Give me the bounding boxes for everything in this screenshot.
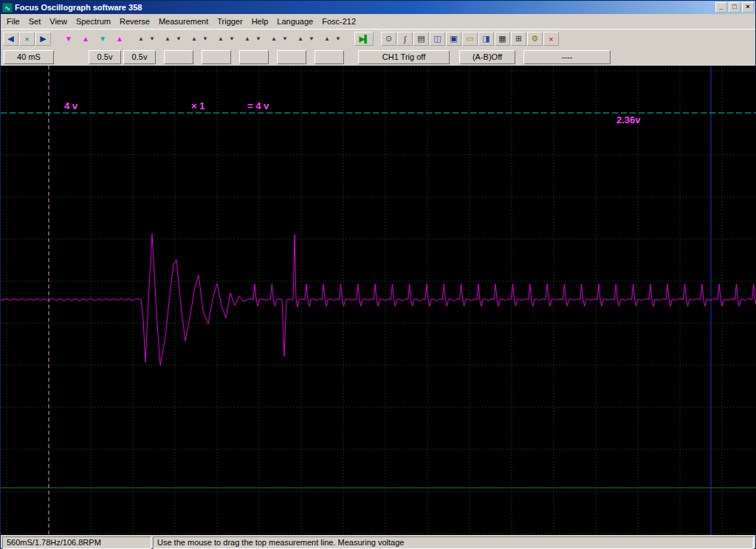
ch2-scale-readout[interactable]: 0.5v <box>123 50 156 64</box>
spinner-up-button[interactable]: ▲ <box>270 35 278 42</box>
spinner-up-button[interactable]: ▲ <box>244 35 251 42</box>
spinner-up-button[interactable]: ▲ <box>323 35 331 42</box>
title-bar: ∿ Focus Oscillograph software 358 _□× <box>1 1 755 14</box>
close-tool-icon-button[interactable]: × <box>543 32 559 46</box>
readout-empty-4[interactable] <box>277 50 306 64</box>
ch2-shift-down-button[interactable]: ▼ <box>94 32 111 46</box>
spinner-up-button[interactable]: ▲ <box>217 35 224 42</box>
minimize-button[interactable]: _ <box>715 2 727 13</box>
ch1-shift-up-button[interactable]: ▲ <box>78 32 94 46</box>
spinner-down-button[interactable]: ▼ <box>308 35 315 42</box>
effective-scale-label: = 4 v <box>247 100 269 111</box>
save-icon-button[interactable]: ▣ <box>446 32 461 46</box>
menu-item-reverse[interactable]: Reverse <box>115 15 154 27</box>
shift-spinner-7: ▲▼ <box>297 35 315 42</box>
shift-spinner-2: ▲▼ <box>164 35 182 42</box>
spinner-down-button[interactable]: ▼ <box>148 35 156 42</box>
app-icon: ∿ <box>2 3 13 13</box>
spinner-up-button[interactable]: ▲ <box>190 35 198 42</box>
run-pause-button[interactable]: ▶▌ <box>354 32 374 46</box>
spinner-down-button[interactable]: ▼ <box>281 35 289 42</box>
spinner-up-button[interactable]: ▲ <box>297 35 304 42</box>
data-table-icon-button[interactable]: ▤ <box>413 32 429 46</box>
shift-spinner-8: ▲▼ <box>323 35 342 42</box>
maximize-button[interactable]: □ <box>729 2 740 13</box>
shift-spinner-6: ▲▼ <box>270 35 289 42</box>
shift-spinner-1: ▲▼ <box>137 35 156 42</box>
window-title: Focus Oscillograph software 358 <box>15 3 714 12</box>
spinner-up-button[interactable]: ▲ <box>137 35 145 42</box>
status-bar: 560mS/1.78Hz/106.8RPM Use the mouse to d… <box>1 535 755 549</box>
spinner-down-button[interactable]: ▼ <box>334 35 342 42</box>
ab-mode-readout[interactable]: (A-B)Off <box>459 50 515 64</box>
menu-item-view[interactable]: View <box>45 15 72 27</box>
spinner-down-button[interactable]: ▼ <box>202 35 209 42</box>
menu-item-spectrum[interactable]: Spectrum <box>72 15 115 27</box>
readout-empty-3[interactable] <box>239 50 269 64</box>
toolbar-spinners: ▲▼▲▼▲▼▲▼▲▼▲▼▲▼▲▼ <box>137 35 350 42</box>
status-hint: Use the mouse to drag the top measuremen… <box>153 536 754 549</box>
measure-value-label: 2.36v <box>616 114 641 125</box>
spinner-up-button[interactable]: ▲ <box>164 35 171 42</box>
forward-button[interactable]: ▶ <box>35 32 51 46</box>
scope-display[interactable]: 4 v× 1= 4 v2.36v <box>1 66 756 535</box>
menu-item-language[interactable]: Language <box>272 15 317 27</box>
settings-icon-button[interactable]: ⚙ <box>527 32 543 46</box>
toolbar-separator <box>128 32 137 46</box>
ch1-scale-label: 4 v <box>64 100 78 111</box>
spinner-down-button[interactable]: ▼ <box>255 35 262 42</box>
menu-item-trigger[interactable]: Trigger <box>213 15 247 27</box>
misc-readout[interactable]: ---- <box>523 50 611 64</box>
integral-icon-button[interactable]: ∫ <box>397 32 413 46</box>
toolbar: ◀×▶ ▼▲▼▲ ▲▼▲▼▲▼▲▼▲▼▲▼▲▼▲▼ ▶▌ ⊙∫▤◫▣▭◨▦⊞⚙× <box>1 29 755 48</box>
readout-empty-2[interactable] <box>202 50 231 64</box>
ch1-scale-readout[interactable]: 0.5v <box>89 50 121 64</box>
scope-svg: 4 v× 1= 4 v2.36v <box>1 66 756 535</box>
menu-item-fosc-212[interactable]: Fosc-212 <box>317 15 360 27</box>
ch1-shift-down-button[interactable]: ▼ <box>61 32 77 46</box>
display-icon-button[interactable]: ◫ <box>430 32 445 46</box>
menu-item-file[interactable]: File <box>2 15 24 27</box>
back-button[interactable]: ◀ <box>3 32 18 46</box>
toolbar-nav-group: ◀×▶ <box>3 32 52 46</box>
spinner-down-button[interactable]: ▼ <box>228 35 236 42</box>
toolbar-icon-group: ⊙∫▤◫▣▭◨▦⊞⚙× <box>381 32 560 46</box>
timebase-readout[interactable]: 40 mS <box>4 50 54 64</box>
open-folder-icon-button[interactable]: ▭ <box>462 32 478 46</box>
spinner-down-button[interactable]: ▼ <box>175 35 182 42</box>
toolbar-channel-group: ▼▲▼▲ <box>61 32 128 46</box>
menu-item-measurement[interactable]: Measurement <box>154 15 213 27</box>
record-icon-button[interactable]: ⊙ <box>381 32 396 46</box>
toolbar-separator <box>52 32 61 46</box>
options-icon-button[interactable]: ⊞ <box>511 32 526 46</box>
window-controls: _□× <box>714 2 754 13</box>
readout-empty-1[interactable] <box>164 50 193 64</box>
readout-empty-5[interactable] <box>315 50 344 64</box>
menu-item-set[interactable]: Set <box>24 15 46 27</box>
ch2-shift-up-button[interactable]: ▲ <box>111 32 128 46</box>
shift-spinner-4: ▲▼ <box>217 35 236 42</box>
grid-icon-button[interactable]: ▦ <box>495 32 510 46</box>
probe-mult-label: × 1 <box>191 100 205 111</box>
readout-row: 40 mS0.5v0.5vCH1 Trig off(A-B)Off---- <box>1 48 755 66</box>
app-window: ∿ Focus Oscillograph software 358 _□× Fi… <box>0 0 756 549</box>
close-button[interactable]: × <box>742 2 754 13</box>
crosshair-button[interactable]: × <box>19 32 35 46</box>
menu-bar: FileSetViewSpectrumReverseMeasurementTri… <box>1 14 755 29</box>
split-view-icon-button[interactable]: ◨ <box>478 32 494 46</box>
shift-spinner-5: ▲▼ <box>244 35 262 42</box>
status-measurements: 560mS/1.78Hz/106.8RPM <box>2 536 151 549</box>
trigger-readout[interactable]: CH1 Trig off <box>358 50 450 64</box>
menu-item-help[interactable]: Help <box>247 15 273 27</box>
shift-spinner-3: ▲▼ <box>190 35 209 42</box>
